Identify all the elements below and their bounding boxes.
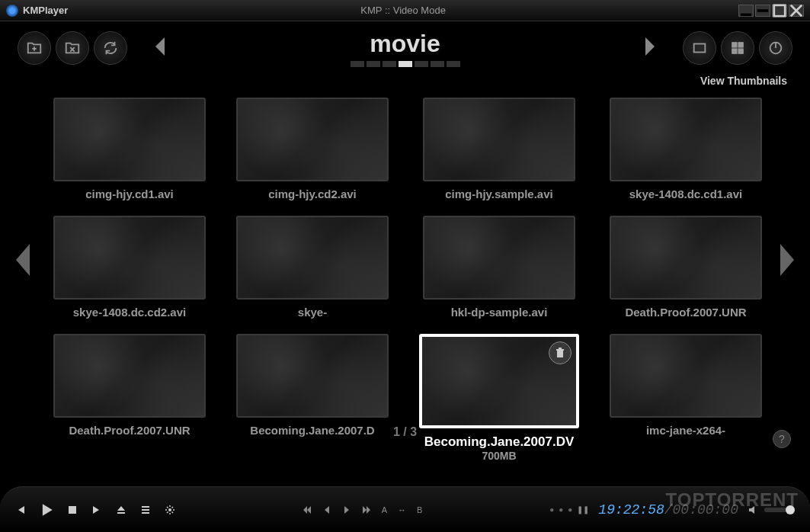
- thumbnail-label: Death.Proof.2007.UNR: [69, 424, 190, 437]
- svg-rect-5: [738, 43, 743, 47]
- thumbnail-label: Death.Proof.2007.UNR: [625, 306, 746, 319]
- svg-rect-4: [732, 43, 737, 47]
- next-page-button[interactable]: [776, 241, 799, 282]
- svg-rect-7: [738, 49, 743, 53]
- category-title: movie: [351, 30, 460, 58]
- thumbnail-label: hkl-dp-sample.avi: [451, 306, 548, 319]
- ab-a-label[interactable]: A: [382, 505, 387, 514]
- thumbnail-image[interactable]: [53, 334, 206, 418]
- svg-rect-9: [69, 506, 76, 514]
- play-icon[interactable]: [40, 503, 53, 517]
- thumbnail-image[interactable]: [53, 98, 206, 181]
- rewind-fast-icon[interactable]: [303, 505, 312, 514]
- delete-icon[interactable]: [549, 341, 571, 364]
- rewind-icon[interactable]: [322, 505, 331, 514]
- current-time: 19:22:58: [598, 502, 664, 518]
- dot[interactable]: [383, 61, 396, 67]
- top-toolbar: movie: [0, 21, 810, 75]
- dot-active[interactable]: [399, 61, 412, 67]
- thumbnail-image[interactable]: [419, 334, 579, 428]
- refresh-button[interactable]: [94, 31, 127, 65]
- next-category-button[interactable]: [620, 36, 680, 60]
- svg-rect-0: [741, 13, 751, 16]
- playlist-icon[interactable]: [140, 505, 151, 515]
- thumbnail-item[interactable]: skye-1408.dc.cd1.avi: [610, 98, 762, 200]
- thumbnail-item[interactable]: cimg-hjy.cd1.avi: [53, 98, 206, 200]
- dot[interactable]: [447, 61, 460, 67]
- status-dot: ●: [559, 505, 563, 514]
- play-controls: [15, 503, 175, 517]
- thumbnail-label: cimg-hjy.cd2.avi: [268, 187, 357, 200]
- thumbnail-image[interactable]: [610, 334, 762, 418]
- forward-icon[interactable]: [342, 505, 351, 514]
- thumbnail-item[interactable]: Death.Proof.2007.UNR: [610, 216, 762, 319]
- thumbnail-image[interactable]: [423, 216, 575, 300]
- window-title: KMP :: Video Mode: [68, 5, 738, 16]
- window-controls: [738, 5, 804, 17]
- prev-page-button[interactable]: [11, 241, 34, 282]
- thumbnail-size: 700MB: [482, 450, 516, 462]
- next-track-icon[interactable]: [91, 505, 102, 515]
- titlebar: KMPlayer KMP :: Video Mode: [0, 0, 810, 21]
- thumbnail-label: cimg-hjy.cd1.avi: [85, 187, 174, 200]
- seek-controls: A ↔ B: [303, 505, 423, 514]
- thumbnail-label: Becoming.Jane.2007.D: [250, 424, 374, 437]
- forward-fast-icon[interactable]: [362, 505, 371, 514]
- maximize-button[interactable]: [772, 5, 787, 17]
- thumbnail-item[interactable]: cimg-hjy.cd2.avi: [236, 98, 389, 200]
- dot[interactable]: [351, 61, 364, 67]
- thumbnail-image[interactable]: [610, 216, 762, 300]
- prev-track-icon[interactable]: [15, 505, 26, 515]
- thumbnail-image[interactable]: [236, 334, 389, 418]
- remove-folder-button[interactable]: [56, 31, 89, 65]
- app-name: KMPlayer: [23, 5, 68, 16]
- pause-status-icon: ❚❚: [577, 505, 589, 514]
- thumbnail-item[interactable]: Death.Proof.2007.UNR: [53, 334, 206, 462]
- stop-icon[interactable]: [67, 505, 78, 515]
- svg-point-10: [168, 508, 171, 511]
- thumbnail-label: Becoming.Jane.2007.DV: [424, 434, 575, 450]
- close-button[interactable]: [789, 5, 804, 17]
- minimize-button[interactable]: [755, 5, 770, 17]
- thumbnail-label: imc-jane-x264-: [646, 424, 725, 437]
- thumbnail-item[interactable]: skye-: [236, 216, 389, 319]
- thumbnail-item[interactable]: hkl-dp-sample.avi: [419, 216, 579, 319]
- dot[interactable]: [431, 61, 444, 67]
- thumbnail-grid: cimg-hjy.cd1.avicimg-hjy.cd2.avicimg-hjy…: [53, 98, 757, 433]
- thumbnail-image[interactable]: [610, 98, 762, 181]
- thumbnail-item[interactable]: skye-1408.dc.cd2.avi: [53, 216, 206, 319]
- fullscreen-button[interactable]: [683, 31, 716, 65]
- thumbnail-item[interactable]: cimg-hjy.sample.avi: [419, 98, 579, 200]
- dot[interactable]: [415, 61, 428, 67]
- thumbnail-item[interactable]: Becoming.Jane.2007.DV700MB: [419, 334, 579, 462]
- add-folder-button[interactable]: [18, 31, 51, 65]
- settings-icon[interactable]: [165, 505, 175, 515]
- thumbnail-image[interactable]: [236, 98, 389, 181]
- status-icons: ● ● ● ❚❚: [549, 505, 589, 514]
- help-button[interactable]: ?: [773, 430, 791, 448]
- dot[interactable]: [367, 61, 380, 67]
- gallery: cimg-hjy.cd1.avicimg-hjy.cd2.avicimg-hjy…: [0, 75, 810, 448]
- category-dots: [351, 61, 460, 67]
- status-dot: ●: [568, 505, 572, 514]
- status-dot: ●: [549, 505, 554, 514]
- thumbnail-image[interactable]: [423, 98, 575, 181]
- ab-arrow: ↔: [398, 505, 406, 514]
- grid-view-button[interactable]: [721, 31, 754, 65]
- power-button[interactable]: [759, 31, 792, 65]
- svg-rect-1: [757, 9, 768, 12]
- thumbnail-item[interactable]: Becoming.Jane.2007.D: [236, 334, 389, 462]
- thumbnail-label: cimg-hjy.sample.avi: [445, 187, 552, 200]
- thumbnail-image[interactable]: [236, 216, 389, 300]
- ab-b-label[interactable]: B: [417, 505, 422, 514]
- thumbnail-item[interactable]: imc-jane-x264-: [610, 334, 762, 462]
- thumbnail-image[interactable]: [53, 216, 206, 300]
- thumbnail-label: skye-1408.dc.cd2.avi: [73, 306, 186, 319]
- prev-category-button[interactable]: [130, 36, 190, 60]
- svg-rect-2: [774, 5, 785, 15]
- tray-button[interactable]: [738, 5, 754, 17]
- svg-rect-6: [732, 49, 737, 53]
- svg-rect-3: [694, 44, 706, 53]
- eject-icon[interactable]: [116, 505, 126, 515]
- thumbnail-label: skye-: [298, 306, 327, 319]
